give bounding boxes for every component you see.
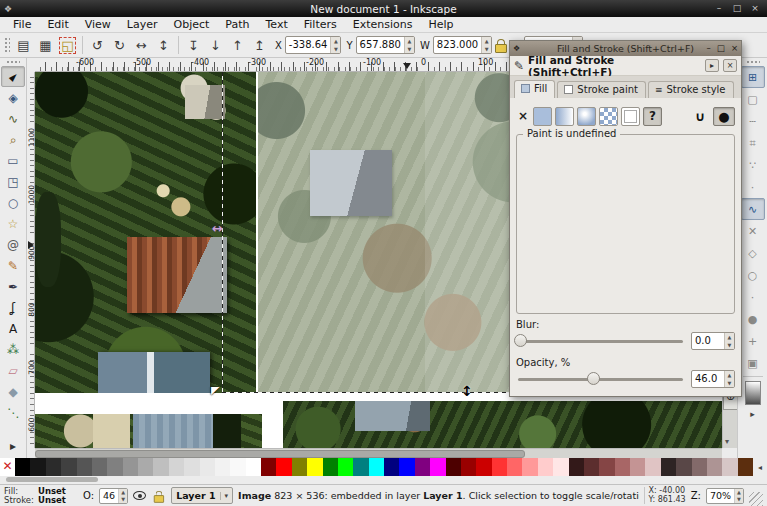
palette-swatch[interactable] [123,458,138,476]
raise-to-top-button[interactable]: ↥ [249,35,270,56]
snap-smooth-nodes-button[interactable]: ○ [741,264,765,286]
linear-gradient-button[interactable] [555,107,574,126]
scale-handle-bottom[interactable]: ↕ [461,383,473,399]
snap-bbox-edge-midpoints-button[interactable]: ∵ [741,154,765,176]
snap-bbox-corners-button[interactable]: ⌗ [741,132,765,154]
tab-stroke-paint[interactable]: Stroke paint [557,81,646,98]
palette-swatch[interactable] [107,458,122,476]
opacity-slider[interactable] [516,371,685,387]
dialog-titlebar[interactable]: ❖ Fill and Stroke (Shift+Ctrl+F) – □ × [510,41,741,56]
palette-swatch[interactable] [645,458,660,476]
select-all-button[interactable]: ▤ [13,35,34,56]
aerial-image-left[interactable] [35,72,258,393]
palette-swatch[interactable] [461,458,476,476]
tool-connector[interactable]: ⋱ [1,402,25,423]
opacity-spinbox-dialog[interactable]: 46.0▲▼ [691,370,735,388]
palette-swatch[interactable] [569,458,584,476]
tool-node[interactable]: ◈ [1,87,25,108]
tool-text[interactable]: A [1,318,25,339]
opacity-slider-thumb[interactable] [587,372,600,385]
palette-swatch[interactable] [169,458,184,476]
tool-spiral[interactable]: @ [1,234,25,255]
palette-scrollbar[interactable] [0,476,767,484]
dialog-menu-button[interactable]: ▸ [705,59,719,72]
tool-rectangle[interactable]: ▭ [1,150,25,171]
snap-cusp-nodes-button[interactable]: ◇ [741,242,765,264]
palette-swatch[interactable] [246,458,261,476]
palette-swatch[interactable] [738,458,753,476]
layer-selector[interactable]: Layer 1 ▾ [171,487,233,504]
palette-swatch[interactable] [415,458,430,476]
palette-swatch[interactable] [138,458,153,476]
palette-swatch[interactable] [661,458,676,476]
tool-overflow[interactable]: ▸ [1,435,25,456]
palette-scrollbar-thumb[interactable] [6,477,98,482]
w-field[interactable]: 823.000▲▼ [433,36,492,54]
menu-view[interactable]: View [77,17,119,33]
deselect-button[interactable]: ◱ [57,35,78,56]
palette-swatch[interactable] [77,458,92,476]
palette-scroll-left-arrow[interactable]: ◂ [753,458,767,476]
snap-path-intersections-button[interactable]: ✕ [741,220,765,242]
fill-stroke-indicator[interactable]: Fill:Unset Stroke:Unset [4,487,78,505]
palette-swatch[interactable] [200,458,215,476]
palette-swatch[interactable] [323,458,338,476]
palette-swatch[interactable] [599,458,614,476]
layer-lock-icon[interactable] [154,490,163,500]
menu-extensions[interactable]: Extensions [345,17,421,33]
snapbar-grip[interactable] [746,60,760,65]
menu-object[interactable]: Object [166,17,218,33]
toolbar-grip[interactable] [4,37,10,53]
y-field[interactable]: 657.880▲▼ [356,36,415,54]
palette-swatch[interactable] [630,458,645,476]
window-resize-grip[interactable] [749,492,763,506]
tool-ellipse[interactable]: ○ [1,192,25,213]
scale-handle-left[interactable]: ↔ [212,221,223,236]
vertical-ruler[interactable]: 11001000900800700600 [27,72,35,448]
palette-swatch[interactable] [384,458,399,476]
flip-vertical-button[interactable]: ↕ [153,35,174,56]
palette-swatch[interactable] [615,458,630,476]
tool-select[interactable]: ► [1,66,25,87]
window-minimize-button[interactable]: – [711,2,727,15]
menu-help[interactable]: Help [420,17,461,33]
snap-rotation-centers-button[interactable]: + [741,330,765,352]
flat-color-button[interactable] [533,107,552,126]
palette-swatch[interactable] [46,458,61,476]
palette-swatch[interactable] [446,458,461,476]
snap-bounding-box-button[interactable]: ▢ [741,88,765,110]
palette-swatch[interactable] [30,458,45,476]
snap-enable-button[interactable]: ⊞ [741,66,765,88]
scroll-down-arrow[interactable]: ▾ [725,437,729,446]
lock-ratio-icon[interactable] [495,39,506,51]
tab-fill[interactable]: Fill [514,80,555,98]
layer-visibility-eye-icon[interactable] [133,491,146,500]
palette-swatch[interactable] [307,458,322,476]
palette-swatch[interactable] [522,458,537,476]
zoom-spinbox[interactable]: 70%▲▼ [706,488,744,504]
gradient-swatch[interactable] [745,381,761,405]
palette-swatch[interactable] [722,458,737,476]
palette-swatch[interactable] [153,458,168,476]
horizontal-scrollbar-thumb[interactable] [35,450,525,458]
palette-swatch[interactable] [707,458,722,476]
unknown-paint-button[interactable]: ? [643,107,662,126]
snapbar-overflow-arrow[interactable]: ▸ [750,409,755,419]
tool-pen[interactable]: ✒ [1,276,25,297]
raise-button[interactable]: ↑ [227,35,248,56]
menu-path[interactable]: Path [217,17,257,33]
snap-object-centers-button[interactable]: ● [741,308,765,330]
palette-swatch[interactable] [676,458,691,476]
horizontal-scrollbar[interactable] [35,448,722,458]
blur-slider-thumb[interactable] [514,334,527,347]
palette-swatch[interactable] [353,458,368,476]
rotate-ccw-button[interactable]: ↺ [87,35,108,56]
tool-spray[interactable]: ⁂ [1,339,25,360]
palette-swatch[interactable] [584,458,599,476]
snap-page-border-button[interactable]: ▣ [741,352,765,374]
flip-horizontal-button[interactable]: ↔ [131,35,152,56]
tab-stroke-style[interactable]: ≡Stroke style [648,81,734,98]
palette-swatch[interactable] [184,458,199,476]
lower-button[interactable]: ↓ [205,35,226,56]
rotate-cw-button[interactable]: ↻ [109,35,130,56]
